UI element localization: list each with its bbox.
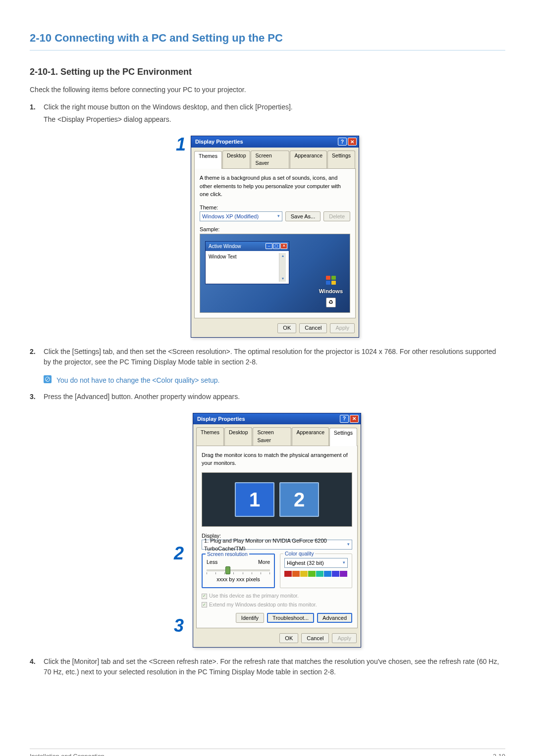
apply-button: Apply (330, 323, 355, 333)
tab-strip: Themes Desktop Screen Saver Appearance S… (191, 148, 359, 169)
step-2-text: Click the [Settings] tab, and then set t… (44, 347, 505, 367)
ok-button[interactable]: OK (279, 633, 298, 643)
theme-sample-preview: Active Window – ▢ ✕ Window Text ▴▾ (200, 234, 350, 313)
sample-window-text: Window Text (209, 253, 237, 282)
windows-flag-icon (325, 275, 336, 285)
maximize-icon: ▢ (273, 243, 280, 249)
windows-logo-text: Windows (319, 287, 343, 296)
save-as-button[interactable]: Save As... (285, 211, 321, 221)
theme-select-value: Windows XP (Modified) (202, 212, 259, 221)
screen-resolution-group: Screen resolution Less More xxxx by xxx … (202, 554, 275, 588)
step-1-line2: The <Display Properties> dialog appears. (44, 114, 505, 125)
close-icon[interactable]: ✕ (348, 138, 357, 146)
section-title: 2-10 Connecting with a PC and Setting up… (30, 30, 505, 50)
color-spectrum-icon (284, 571, 348, 577)
monitor-1-icon[interactable]: 1 (235, 482, 274, 517)
screen-resolution-label: Screen resolution (206, 551, 249, 558)
theme-description: A theme is a background plus a set of so… (200, 174, 350, 199)
tab-settings[interactable]: Settings (329, 428, 357, 446)
tab-screensaver[interactable]: Screen Saver (253, 427, 291, 446)
callout-1: 1 (176, 136, 191, 153)
recycle-bin-icon: ♻ (326, 298, 336, 307)
apply-button: Apply (332, 633, 357, 643)
color-quality-select[interactable]: Highest (32 bit) ▾ (284, 558, 348, 568)
extend-desktop-checkbox-row: ✓ Extend my Windows desktop onto this mo… (202, 601, 352, 609)
slider-more-label: More (258, 558, 270, 566)
sample-label: Sample: (200, 225, 350, 234)
troubleshoot-button[interactable]: Troubleshoot... (267, 613, 314, 623)
tab-desktop[interactable]: Desktop (222, 151, 251, 169)
delete-button: Delete (323, 211, 350, 221)
footer-left: Installation and Connection (30, 752, 105, 756)
slider-less-label: Less (207, 558, 217, 566)
callout-2: 2 (174, 545, 189, 565)
display-select[interactable]: 1. Plug and Play Monitor on NVIDIA GeFor… (202, 540, 352, 550)
help-icon[interactable]: ? (338, 138, 347, 146)
tab-screensaver[interactable]: Screen Saver (251, 151, 289, 169)
chevron-down-icon: ▾ (277, 213, 280, 220)
cancel-button[interactable]: Cancel (301, 633, 329, 643)
color-quality-group: Color quality Highest (32 bit) ▾ (280, 554, 352, 588)
svg-line-1 (46, 378, 49, 381)
primary-monitor-checkbox-row: ✓ Use this device as the primary monitor… (202, 592, 352, 600)
tab-settings[interactable]: Settings (327, 151, 355, 169)
tab-themes[interactable]: Themes (194, 151, 222, 169)
scrollbar-icon: ▴▾ (279, 253, 286, 282)
note-icon (44, 375, 52, 383)
close-icon: ✕ (280, 243, 287, 249)
note-text: You do not have to change the <Color qua… (56, 375, 220, 386)
step-3: 3. Press the [Advanced] button. Another … (30, 392, 505, 404)
checkbox-icon: ✓ (202, 594, 207, 599)
cancel-button[interactable]: Cancel (299, 323, 327, 333)
color-quality-label: Color quality (283, 550, 315, 558)
step-1-line1: Click the right mouse button on the Wind… (44, 102, 505, 112)
drag-instruction: Drag the monitor icons to match the phys… (202, 451, 352, 467)
sample-active-window: Active Window – ▢ ✕ Window Text ▴▾ (205, 241, 289, 284)
step-3-text: Press the [Advanced] button. Another pro… (44, 392, 505, 402)
intro-text: Check the following items before connect… (30, 85, 505, 95)
sample-window-title: Active Window (209, 243, 241, 250)
minimize-icon: – (266, 243, 272, 249)
tab-appearance[interactable]: Appearance (290, 151, 327, 169)
windows-logo: Windows ♻ (319, 275, 343, 307)
step-2: 2. Click the [Settings] tab, and then se… (30, 347, 505, 369)
tab-panel-themes: A theme is a background plus a set of so… (194, 168, 356, 318)
sub-title: 2-10-1. Setting up the PC Environment (30, 65, 505, 79)
chevron-down-icon: ▾ (347, 541, 350, 548)
step-1: 1. Click the right mouse button on the W… (30, 102, 505, 127)
step-4-number: 4. (30, 656, 44, 679)
help-icon[interactable]: ? (340, 415, 349, 423)
step-2-number: 2. (30, 347, 44, 369)
identify-button[interactable]: Identify (236, 613, 264, 623)
note-row: You do not have to change the <Color qua… (44, 375, 505, 386)
step-3-number: 3. (30, 392, 44, 404)
ok-button[interactable]: OK (277, 323, 296, 333)
step-4-text: Click the [Monitor] tab and set the <Scr… (44, 656, 505, 677)
dialog-titlebar: Display Properties ? ✕ (191, 136, 359, 148)
close-icon[interactable]: ✕ (350, 415, 359, 423)
callout-3: 3 (174, 617, 189, 638)
tab-appearance[interactable]: Appearance (292, 427, 329, 446)
advanced-button[interactable]: Advanced (317, 613, 352, 623)
monitor-2-icon[interactable]: 2 (279, 482, 319, 517)
step-4: 4. Click the [Monitor] tab and set the <… (30, 656, 505, 679)
dialog-titlebar: Display Properties ? ✕ (193, 413, 361, 425)
dialog-display-properties-settings: Display Properties ? ✕ Themes Desktop Sc… (193, 413, 361, 648)
dialog-title: Display Properties (195, 138, 243, 146)
extend-desktop-label: Extend my Windows desktop onto this moni… (209, 601, 317, 609)
monitor-arrangement[interactable]: 1 2 (202, 472, 352, 527)
footer-right: 2-10 (493, 752, 505, 756)
tab-themes[interactable]: Themes (196, 427, 224, 446)
theme-select[interactable]: Windows XP (Modified) ▾ (200, 211, 282, 221)
checkbox-icon: ✓ (202, 602, 207, 607)
dialog-display-properties-themes: Display Properties ? ✕ Themes Desktop Sc… (191, 136, 359, 338)
dialog-title: Display Properties (197, 415, 245, 423)
tab-panel-settings: Drag the monitor icons to match the phys… (196, 446, 358, 628)
resolution-value: xxxx by xxx pixels (207, 575, 270, 584)
chevron-down-icon: ▾ (343, 559, 345, 566)
tab-desktop[interactable]: Desktop (224, 427, 253, 446)
color-quality-value: Highest (32 bit) (287, 559, 324, 567)
resolution-slider[interactable] (207, 569, 270, 571)
figure-1: 1 Display Properties ? ✕ Themes Desktop … (30, 136, 505, 338)
step-1-number: 1. (30, 102, 44, 127)
